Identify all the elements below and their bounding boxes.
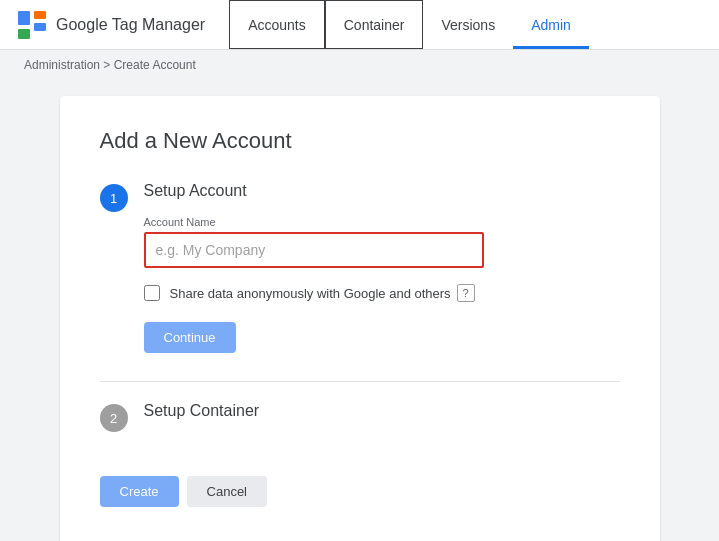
svg-rect-4: [18, 29, 30, 39]
continue-button[interactable]: Continue: [144, 322, 236, 353]
add-account-card: Add a New Account 1 Setup Account Accoun…: [60, 96, 660, 541]
logo-area: Google Tag Manager: [16, 9, 205, 41]
step-1: 1 Setup Account Account Name Share data …: [100, 182, 620, 353]
nav-accounts[interactable]: Accounts: [229, 0, 325, 49]
main-nav: Accounts Container Versions Admin: [229, 0, 703, 49]
svg-rect-2: [34, 11, 46, 19]
breadcrumb: Administration > Create Account: [0, 50, 719, 80]
header: Google Tag Manager Accounts Container Ve…: [0, 0, 719, 50]
step-2-number: 2: [100, 404, 128, 432]
share-data-checkbox[interactable]: [144, 285, 160, 301]
cancel-button[interactable]: Cancel: [187, 476, 267, 507]
share-data-label: Share data anonymously with Google and o…: [170, 286, 451, 301]
svg-rect-1: [18, 11, 30, 25]
step-1-number: 1: [100, 184, 128, 212]
nav-versions[interactable]: Versions: [423, 0, 513, 49]
nav-container[interactable]: Container: [325, 0, 424, 49]
card-title: Add a New Account: [100, 128, 620, 154]
logo-text: Google Tag Manager: [56, 16, 205, 34]
main-content: Add a New Account 1 Setup Account Accoun…: [0, 80, 719, 541]
nav-admin[interactable]: Admin: [513, 0, 589, 49]
share-data-row: Share data anonymously with Google and o…: [144, 284, 620, 302]
breadcrumb-text: Administration > Create Account: [24, 58, 196, 72]
account-name-label: Account Name: [144, 216, 620, 228]
step-1-title: Setup Account: [144, 182, 620, 200]
step-2-content: Setup Container: [144, 402, 620, 436]
help-icon[interactable]: ?: [457, 284, 475, 302]
account-name-input[interactable]: [144, 232, 484, 268]
step-divider: [100, 381, 620, 382]
bottom-buttons: Create Cancel: [100, 464, 620, 507]
svg-rect-3: [34, 23, 46, 31]
gtm-logo-icon: [16, 9, 48, 41]
create-button[interactable]: Create: [100, 476, 179, 507]
step-1-content: Setup Account Account Name Share data an…: [144, 182, 620, 353]
step-2-title: Setup Container: [144, 402, 620, 420]
step-2: 2 Setup Container: [100, 402, 620, 436]
